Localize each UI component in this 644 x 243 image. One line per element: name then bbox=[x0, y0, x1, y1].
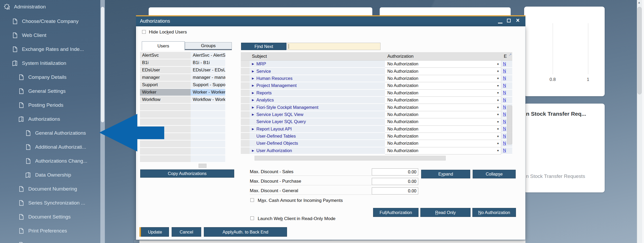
no-authorization-button[interactable]: No Authorization bbox=[472, 208, 516, 217]
sidebar-item[interactable]: Document Numbering bbox=[0, 182, 105, 196]
effective-auth-link[interactable]: N bbox=[503, 90, 506, 95]
max-cash-checkbox[interactable] bbox=[250, 198, 254, 202]
table-header-authorization[interactable]: Authorization bbox=[385, 54, 501, 59]
close-icon[interactable]: × bbox=[514, 17, 521, 25]
dropdown-arrow-icon[interactable]: ▼ bbox=[497, 149, 499, 152]
apply-auth-backend-button[interactable]: Apply Auth. to Back End bbox=[204, 227, 287, 237]
user-row-code[interactable]: manager bbox=[140, 74, 191, 81]
expand-triangle-icon[interactable]: ▶ bbox=[252, 84, 256, 87]
launch-web-client-checkbox[interactable] bbox=[250, 216, 254, 220]
expand-triangle-icon[interactable]: ▶ bbox=[252, 149, 256, 152]
discount-value-field[interactable]: 0.00 bbox=[372, 168, 418, 176]
user-row-name[interactable]: B1i - B1i bbox=[191, 59, 225, 67]
sidebar-item[interactable]: Posting Periods bbox=[0, 98, 105, 112]
sidebar-item[interactable]: Menu Structure bbox=[0, 238, 105, 243]
user-row-name[interactable]: EDsUser - EDsUser bbox=[191, 67, 225, 74]
sidebar-item[interactable]: Exchange Rates and Inde... bbox=[0, 42, 105, 56]
authorization-dropdown[interactable]: No Authorization ▼ bbox=[385, 118, 501, 125]
users-list-code-column[interactable]: AlertSvc B1i EDsUser manager Support Wor… bbox=[140, 52, 191, 163]
user-row-code[interactable]: Workflow bbox=[140, 96, 191, 104]
effective-auth-link-cell[interactable]: N bbox=[501, 90, 512, 97]
dropdown-arrow-icon[interactable]: ▼ bbox=[497, 106, 499, 109]
expand-triangle-icon[interactable]: ▶ bbox=[252, 70, 256, 73]
effective-auth-link-cell[interactable]: N bbox=[501, 147, 512, 154]
effective-auth-link[interactable]: N bbox=[503, 69, 506, 74]
user-row-code[interactable]: AlertSvc bbox=[140, 52, 191, 59]
dropdown-arrow-icon[interactable]: ▼ bbox=[497, 113, 499, 116]
effective-auth-link[interactable]: N bbox=[503, 119, 506, 124]
row-gutter-cell[interactable] bbox=[241, 126, 250, 133]
minimize-icon[interactable] bbox=[498, 23, 502, 23]
discount-value-field[interactable]: 0.00 bbox=[372, 178, 418, 185]
subject-cell[interactable]: ▶ Service bbox=[250, 68, 385, 75]
update-button[interactable]: Update bbox=[141, 227, 169, 237]
table-horizontal-scrollbar-thumb[interactable] bbox=[255, 156, 446, 161]
row-gutter-cell[interactable] bbox=[241, 97, 250, 104]
dropdown-arrow-icon[interactable]: ▼ bbox=[497, 120, 499, 123]
row-gutter-cell[interactable] bbox=[241, 82, 250, 89]
table-maximize-icon[interactable]: ↗ bbox=[509, 52, 512, 57]
sidebar-item[interactable]: Choose/Create Company bbox=[0, 14, 105, 28]
dropdown-arrow-icon[interactable]: ▼ bbox=[497, 135, 499, 138]
subject-cell[interactable]: ▶ Analytics bbox=[250, 97, 385, 104]
subject-cell[interactable]: ▶ MRP bbox=[250, 61, 385, 68]
row-gutter-cell[interactable] bbox=[241, 118, 250, 125]
sidebar-item[interactable]: Additional Authorizati... bbox=[0, 140, 105, 154]
tab-groups[interactable]: Groups bbox=[185, 42, 232, 49]
tab-users[interactable]: Users bbox=[142, 41, 185, 50]
sidebar-item[interactable]: Company Details bbox=[0, 70, 105, 84]
effective-auth-link[interactable]: N bbox=[503, 127, 506, 131]
effective-auth-link[interactable]: N bbox=[503, 83, 506, 88]
sidebar-scrollbar-thumb[interactable] bbox=[101, 7, 104, 122]
subject-cell[interactable]: ▶ Reports bbox=[250, 90, 385, 97]
authorization-dropdown[interactable]: No Authorization ▼ bbox=[385, 90, 501, 97]
effective-auth-link-cell[interactable]: N bbox=[501, 75, 512, 82]
dropdown-arrow-icon[interactable]: ▼ bbox=[497, 99, 499, 102]
effective-auth-link-cell[interactable]: N bbox=[501, 97, 512, 104]
subject-cell[interactable]: ▶ User-Defined Tables bbox=[250, 133, 385, 140]
cancel-button[interactable]: Cancel bbox=[172, 227, 201, 237]
effective-auth-link[interactable]: N bbox=[503, 148, 506, 153]
user-row-code[interactable]: B1i bbox=[140, 59, 191, 67]
authorization-dropdown[interactable]: No Authorization ▼ bbox=[385, 68, 501, 75]
effective-auth-link[interactable]: N bbox=[503, 76, 506, 81]
effective-auth-link[interactable]: N bbox=[503, 62, 506, 66]
sidebar-item[interactable]: Series Synchronization ... bbox=[0, 196, 105, 210]
user-row-code[interactable]: Worker bbox=[140, 89, 191, 96]
effective-auth-link[interactable]: N bbox=[503, 141, 506, 146]
authorization-dropdown[interactable]: No Authorization ▼ bbox=[385, 75, 501, 82]
dialog-titlebar[interactable] bbox=[136, 16, 525, 26]
sidebar-item[interactable]: Data Ownership bbox=[0, 168, 105, 182]
hide-locked-users-checkbox[interactable] bbox=[142, 30, 146, 34]
authorization-dropdown[interactable]: No Authorization ▼ bbox=[385, 61, 501, 68]
authorization-dropdown[interactable]: No Authorization ▼ bbox=[385, 97, 501, 104]
effective-auth-link[interactable]: N bbox=[503, 134, 506, 139]
scroll-up-arrow-icon[interactable]: ▲ bbox=[638, 1, 641, 4]
expand-button[interactable]: Expand bbox=[421, 170, 470, 178]
dropdown-arrow-icon[interactable]: ▼ bbox=[497, 77, 499, 80]
effective-auth-link[interactable]: N bbox=[503, 98, 506, 103]
subject-cell[interactable]: ▶ Project Management bbox=[250, 82, 385, 89]
expand-triangle-icon[interactable]: ▶ bbox=[252, 62, 256, 66]
sidebar-item[interactable]: Document Settings bbox=[0, 210, 105, 224]
dropdown-arrow-icon[interactable]: ▼ bbox=[497, 84, 499, 87]
expand-triangle-icon[interactable]: ▶ bbox=[252, 98, 256, 102]
user-row-code[interactable]: EDsUser bbox=[140, 67, 191, 74]
dropdown-arrow-icon[interactable]: ▼ bbox=[497, 91, 499, 94]
sidebar-item[interactable]: Web Client bbox=[0, 28, 105, 42]
row-gutter-cell[interactable] bbox=[241, 140, 250, 147]
effective-auth-link-cell[interactable]: N bbox=[501, 61, 512, 68]
copy-authorizations-button[interactable]: Copy Authorizations bbox=[140, 169, 234, 178]
expand-triangle-icon[interactable]: ▶ bbox=[252, 113, 256, 116]
user-row-name[interactable]: AlertSvc - AlertSvc bbox=[191, 52, 225, 59]
user-row-name[interactable]: Worker - Worker bbox=[191, 89, 225, 96]
sidebar-item[interactable]: General Authorizations bbox=[0, 126, 105, 140]
row-gutter-cell[interactable] bbox=[241, 90, 250, 97]
user-row-name[interactable]: manager - manager bbox=[191, 74, 225, 81]
maximize-icon[interactable] bbox=[507, 19, 511, 22]
subject-cell[interactable]: ▶ Service Layer SQL Query bbox=[250, 118, 385, 125]
discount-value-field[interactable]: 0.00 bbox=[372, 187, 418, 195]
row-gutter-cell[interactable] bbox=[241, 147, 250, 154]
sidebar-item[interactable]: General Settings bbox=[0, 84, 105, 98]
find-next-button[interactable]: Find Next bbox=[241, 43, 286, 50]
